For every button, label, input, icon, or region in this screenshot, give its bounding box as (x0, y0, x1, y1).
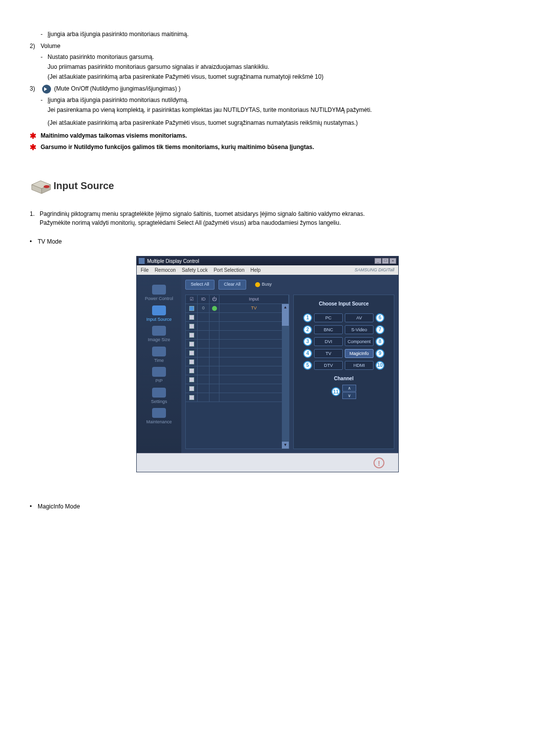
badge-10: 10 (375, 361, 384, 370)
row-checkbox[interactable] (189, 386, 194, 391)
scrollbar-thumb[interactable] (282, 311, 289, 326)
channel-up-button[interactable]: ∧ (342, 385, 356, 392)
menu-port[interactable]: Port Selection (214, 266, 244, 274)
source-magicinfo-button[interactable]: MagicInfo (345, 349, 374, 358)
section-title: Input Source (54, 178, 114, 193)
source-dvi-button[interactable]: DVI (314, 337, 343, 346)
table-row[interactable] (186, 313, 289, 322)
bullet-magicinfo: • MagicInfo Mode (30, 502, 515, 511)
sidebar-item-settings[interactable]: Settings (151, 388, 167, 405)
sidebar-label-time: Time (154, 357, 164, 364)
row-checkbox[interactable] (189, 306, 194, 311)
badge-9: 9 (375, 349, 384, 358)
row-checkbox[interactable] (189, 333, 194, 338)
step-1: 1. Pagrindinių piktogramų meniu spragtel… (30, 209, 515, 227)
row-checkbox[interactable] (189, 351, 194, 355)
item2-num: 2) (30, 42, 41, 50)
sidebar-item-power[interactable]: Power Control (145, 285, 173, 302)
source-grid: 1 PC AV 6 2 BNC S-Video 7 3 DVI Componen… (303, 313, 384, 370)
dash: - (41, 96, 48, 104)
badge-7: 7 (375, 325, 384, 334)
sidebar-label-pip: PIP (156, 378, 163, 385)
source-pc-button[interactable]: PC (314, 313, 343, 322)
menu-help[interactable]: Help (250, 266, 261, 274)
busy-label: Busy (262, 281, 272, 288)
item3-num: 3) (30, 84, 41, 93)
channel-down-button[interactable]: ∨ (342, 392, 356, 399)
source-component-button[interactable]: Component (345, 337, 374, 346)
sidebar-item-pip[interactable]: PIP (152, 367, 166, 385)
table-row[interactable] (186, 357, 289, 366)
table-row[interactable]: 0 TV (186, 304, 289, 313)
bullet-icon: • (30, 502, 38, 511)
table-row[interactable] (186, 366, 289, 375)
badge-1: 1 (303, 313, 312, 322)
source-tv-button[interactable]: TV (314, 349, 343, 358)
minimize-button[interactable]: _ (374, 258, 381, 264)
maximize-button[interactable]: □ (382, 258, 389, 264)
statusbar: ! (137, 453, 398, 472)
power-icon (152, 285, 166, 295)
row-checkbox[interactable] (189, 359, 194, 364)
table: ☑ ID ⏻ Input 0 TV (185, 295, 289, 450)
sidebar-label-input: Input Source (146, 316, 171, 323)
table-row[interactable] (186, 349, 289, 357)
source-dtv-button[interactable]: DTV (314, 361, 343, 370)
close-button[interactable]: × (389, 258, 396, 264)
select-all-button[interactable]: Select All (185, 280, 214, 290)
source-bnc-button[interactable]: BNC (314, 325, 343, 334)
scroll-down-icon[interactable]: ▼ (282, 442, 289, 449)
time-icon (152, 347, 166, 356)
menubar: File Remocon Safety Lock Port Selection … (137, 265, 398, 275)
bullet-icon: • (30, 237, 38, 246)
menu-safety[interactable]: Safety Lock (182, 266, 208, 274)
image-icon (152, 326, 166, 336)
scroll-up-icon[interactable]: ▲ (282, 304, 289, 311)
row-checkbox[interactable] (189, 368, 194, 373)
svg-point-3 (44, 185, 50, 188)
row-checkbox[interactable] (189, 377, 194, 382)
row-checkbox[interactable] (189, 315, 194, 320)
busy-dot-icon (255, 282, 260, 287)
table-row[interactable] (186, 393, 289, 402)
clear-all-button[interactable]: Clear All (218, 280, 246, 290)
th-power: ⏻ (210, 295, 219, 304)
source-av-button[interactable]: AV (345, 313, 374, 322)
item2-line3: (Jei atšaukiate pasirinkimą arba pasiren… (48, 72, 515, 81)
sidebar-item-input[interactable]: Input Source (146, 305, 171, 323)
table-row[interactable] (186, 384, 289, 393)
sidebar-label-power: Power Control (145, 296, 173, 302)
table-row[interactable] (186, 375, 289, 384)
step1-text2: Pažymėkite norimą valdyti monitorių, spr… (40, 219, 341, 226)
row-id: 0 (198, 304, 210, 312)
th-id: ID (198, 295, 210, 304)
row-checkbox[interactable] (189, 342, 194, 347)
bullet-tv: • TV Mode (30, 237, 515, 246)
row-checkbox[interactable] (189, 395, 194, 400)
dash: - (41, 52, 48, 61)
row-checkbox[interactable] (189, 324, 194, 329)
star-icon: ✱ (30, 131, 41, 141)
sidebar-item-maintenance[interactable]: Maintenance (146, 408, 172, 426)
toolbar: Select All Clear All Busy (181, 275, 398, 293)
table-row[interactable] (186, 322, 289, 331)
source-svideo-button[interactable]: S-Video (345, 325, 374, 334)
item3-label: (Mute On/Off (Nutildymo įjungimas/išjung… (54, 85, 180, 92)
table-row[interactable] (186, 331, 289, 340)
sidebar-label-image: Image Size (148, 337, 170, 344)
badge-11: 11 (331, 387, 340, 396)
sidebar-item-time[interactable]: Time (152, 347, 166, 364)
menu-remocon[interactable]: Remocon (155, 266, 176, 274)
th-checkbox[interactable]: ☑ (186, 295, 198, 304)
menu-file[interactable]: File (141, 266, 149, 274)
star1-text: Maitinimo valdymas taikomas visiems moni… (41, 131, 515, 141)
scrollbar[interactable]: ▲ ▼ (282, 304, 289, 449)
star2-text: Garsumo ir Nutildymo funkcijos galimos t… (41, 143, 515, 152)
brand-label: SAMSUNG DIGITall (355, 267, 394, 274)
th-input: Input (219, 295, 289, 304)
table-row[interactable] (186, 340, 289, 349)
source-hdmi-button[interactable]: HDMI (345, 361, 374, 370)
busy-indicator: Busy (255, 281, 272, 288)
badge-6: 6 (375, 313, 384, 322)
sidebar-item-image[interactable]: Image Size (148, 326, 170, 344)
